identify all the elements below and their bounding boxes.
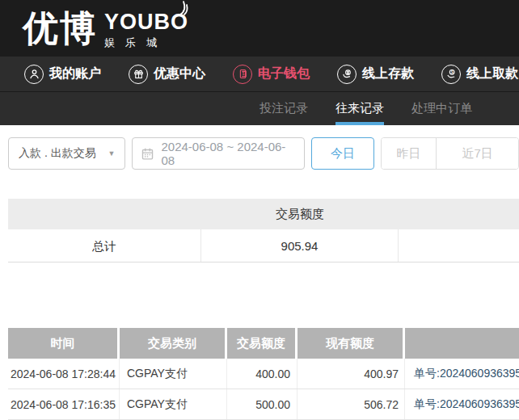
nav-item-label: 优惠中心 xyxy=(154,65,205,82)
transactions-table-header: 时间 交易类别 交易额度 现有额度 xyxy=(8,328,519,359)
deposit-icon xyxy=(337,65,357,84)
nav-item-label: 我的账户 xyxy=(49,65,101,82)
summary-table-header: 交易额度 xyxy=(8,199,519,229)
quick-range-group: 昨日 近7日 xyxy=(381,137,519,170)
transactions-table: 时间 交易类别 交易额度 现有额度 2024-06-08 17:28:44 CG… xyxy=(8,328,519,420)
column-header-balance: 现有额度 xyxy=(297,328,405,359)
summary-header-amount: 交易额度 xyxy=(201,207,399,222)
yesterday-button[interactable]: 昨日 xyxy=(382,138,437,169)
record-tabs: 投注记录 往来记录 处理中订单 xyxy=(0,91,519,125)
cell-amount: 500.00 xyxy=(227,389,297,419)
summary-total-row: 总计 905.94 xyxy=(8,229,519,262)
summary-table: 交易额度 总计 905.94 xyxy=(8,199,519,262)
cell-type: CGPAY支付 xyxy=(120,389,227,419)
brand-name-cn: 优博 xyxy=(23,10,97,46)
nav-item-promotions[interactable]: 优惠中心 xyxy=(129,65,205,84)
app-header: 优博 YOUBO 娱乐城 xyxy=(0,0,519,57)
svg-text:$: $ xyxy=(242,71,244,76)
nav-item-e-wallet[interactable]: $ 电子钱包 xyxy=(233,65,310,84)
svg-text:$: $ xyxy=(450,69,453,74)
wallet-icon: $ xyxy=(233,65,252,84)
column-header-time: 时间 xyxy=(8,328,120,359)
cell-balance: 400.97 xyxy=(297,359,405,388)
cell-time: 2024-06-08 17:28:44 xyxy=(8,359,120,388)
cell-balance: 506.72 xyxy=(297,389,405,419)
gift-icon xyxy=(129,65,148,84)
flame-icon xyxy=(177,0,192,16)
summary-total-label: 总计 xyxy=(8,229,201,262)
cell-order-number: 单号:2024060936395 xyxy=(405,359,519,388)
cell-type: CGPAY支付 xyxy=(120,359,227,388)
brand-name-en: YOUBO xyxy=(104,11,188,33)
today-button[interactable]: 今日 xyxy=(311,137,373,170)
column-header-memo xyxy=(405,328,519,359)
transaction-type-select[interactable]: 入款 . 出款交易 ▼ xyxy=(8,137,125,170)
table-row: 2024-06-08 17:16:35 CGPAY支付 500.00 506.7… xyxy=(8,389,519,420)
calendar-icon xyxy=(141,147,154,161)
nav-item-label: 线上取款 xyxy=(466,65,518,82)
date-range-input[interactable]: 2024-06-08 ~ 2024-06-08 xyxy=(132,137,305,170)
nav-item-online-deposit[interactable]: 线上存款 xyxy=(337,65,414,84)
date-range-value: 2024-06-08 ~ 2024-06-08 xyxy=(161,140,296,167)
withdraw-icon: $ xyxy=(441,65,461,84)
cell-amount: 400.00 xyxy=(227,359,297,388)
nav-item-my-account[interactable]: 我的账户 xyxy=(24,65,101,84)
main-nav: 我的账户 优惠中心 $ 电子钱包 线上存款 xyxy=(0,57,519,91)
tab-transaction-records[interactable]: 往来记录 xyxy=(335,92,384,125)
brand-subtitle: 娱乐城 xyxy=(104,36,188,50)
tab-betting-records[interactable]: 投注记录 xyxy=(260,92,308,125)
brand-logo[interactable]: 优博 YOUBO 娱乐城 xyxy=(23,6,188,50)
column-header-type: 交易类别 xyxy=(120,328,227,359)
user-icon xyxy=(24,65,44,84)
nav-item-label: 电子钱包 xyxy=(258,65,310,82)
cell-time: 2024-06-08 17:16:35 xyxy=(8,389,120,419)
cell-order-number: 单号:2024060936395 xyxy=(405,389,519,419)
transaction-type-value: 入款 . 出款交易 xyxy=(19,146,96,161)
table-row: 2024-06-08 17:28:44 CGPAY支付 400.00 400.9… xyxy=(8,359,519,389)
tab-pending-orders[interactable]: 处理中订单 xyxy=(411,92,472,125)
summary-total-amount: 905.94 xyxy=(201,229,399,262)
last7days-button[interactable]: 近7日 xyxy=(436,138,518,169)
column-header-amount: 交易额度 xyxy=(227,328,297,359)
chevron-down-icon: ▼ xyxy=(108,149,116,158)
nav-item-online-withdrawal[interactable]: $ 线上取款 xyxy=(441,65,518,84)
nav-item-label: 线上存款 xyxy=(362,65,414,82)
filter-row: 入款 . 出款交易 ▼ 2024-06-08 ~ 2024-06-08 今日 昨… xyxy=(0,125,519,172)
